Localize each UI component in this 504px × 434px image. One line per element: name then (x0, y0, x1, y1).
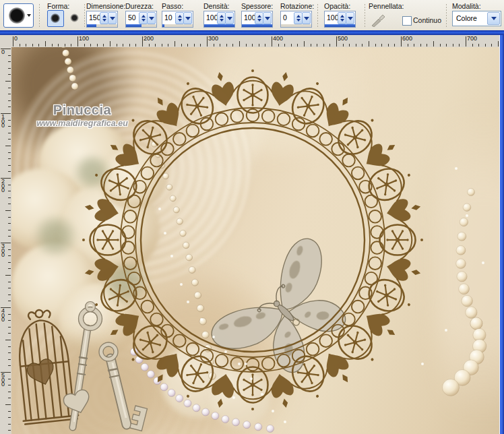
ruler-tick (129, 44, 130, 46)
ruler-tick (414, 44, 414, 46)
chevron-down-icon (110, 17, 115, 20)
durezza-value[interactable]: 50 (128, 13, 136, 22)
ruler-tick (97, 44, 98, 46)
passo-spinner[interactable]: 10 (162, 11, 193, 28)
ruler-tick (5, 275, 11, 276)
ruler-label: 600 (402, 35, 412, 42)
modalita-select[interactable]: Colore (452, 11, 501, 26)
ruler-tick (13, 36, 13, 46)
ruler-tick (38, 44, 39, 46)
spin-up-icon (220, 15, 224, 18)
ruler-tick (498, 41, 499, 46)
ruler-tick (356, 44, 356, 46)
modalita-label: Modalità: (452, 2, 481, 10)
ruler-tick (8, 204, 11, 204)
spessore-value[interactable]: 100 (244, 13, 256, 22)
ruler-tick (8, 365, 11, 366)
slider-dropdown-button[interactable] (263, 12, 272, 24)
ruler-tick (175, 41, 175, 46)
ruler-tick (8, 424, 11, 425)
slider-dropdown-button[interactable] (302, 12, 311, 24)
slider-dropdown-button[interactable] (225, 12, 234, 24)
spin-down-icon (296, 19, 301, 22)
butterfly-charm (206, 233, 371, 398)
dimensione-spinner[interactable]: 150 (86, 11, 118, 28)
ruler-tick (246, 44, 247, 46)
shape-square-button[interactable] (67, 10, 82, 26)
chevron-down-icon (348, 17, 353, 20)
rotazione-spinner[interactable]: 0 (280, 11, 312, 28)
ruler-tick (8, 255, 11, 256)
chevron-down-icon (265, 17, 270, 20)
forma-label: Forma: (47, 2, 69, 10)
ruler-tick (5, 210, 11, 211)
spin-down-icon (141, 19, 146, 22)
chevron-down-icon (185, 17, 191, 20)
dimensione-value[interactable]: 150 (89, 13, 101, 22)
chevron-down-icon (304, 17, 309, 20)
value-meter (242, 24, 272, 27)
brush-stroke-icon[interactable] (371, 13, 387, 27)
ruler-tick (375, 44, 376, 46)
slider-dropdown-button[interactable] (108, 12, 117, 24)
spessore-spinner[interactable]: 100 (241, 11, 273, 28)
ruler-tick (8, 191, 11, 191)
ruler-tick (8, 100, 11, 101)
ruler-tick (459, 44, 460, 46)
ruler-tick (232, 44, 233, 46)
combo-dropdown-button[interactable] (487, 12, 500, 25)
ruler-tick (401, 36, 402, 46)
ruler-tick (8, 236, 11, 237)
rotazione-value[interactable]: 0 (283, 13, 287, 22)
ruler-tick (440, 44, 441, 46)
ruler-tick (220, 44, 220, 46)
ruler-label: 5 0 0 (1, 373, 5, 387)
ruler-tick (84, 44, 85, 46)
ruler-tick (362, 44, 363, 46)
brush-tip-preview-button[interactable] (3, 3, 34, 28)
opacita-spinner[interactable]: 100 (324, 11, 356, 28)
densita-spinner[interactable]: 100 (203, 11, 235, 28)
spessore-label: Spessore: (241, 2, 273, 10)
shape-round-button[interactable] (47, 10, 64, 27)
ruler-tick (8, 352, 11, 353)
slider-dropdown-button[interactable] (183, 12, 192, 24)
ruler-tick (194, 44, 195, 46)
toolbar-separator (317, 3, 319, 27)
densita-value[interactable]: 100 (206, 13, 218, 22)
ruler-tick (349, 44, 350, 46)
ruler-label: 0 (1, 50, 5, 55)
slider-dropdown-button[interactable] (147, 12, 156, 24)
ruler-tick (311, 44, 311, 46)
ruler-tick (388, 44, 389, 46)
toolbar-separator (364, 3, 366, 27)
ruler-tick (466, 36, 466, 46)
durezza-spinner[interactable]: 50 (125, 11, 157, 28)
ruler-tick (8, 185, 11, 185)
continuo-checkbox[interactable] (402, 16, 412, 26)
ruler-tick (433, 41, 434, 46)
canvas[interactable]: Pinuccia www.maidiregrafica.eu (11, 47, 499, 434)
spin-up-icon (340, 15, 344, 18)
passo-value[interactable]: 10 (164, 13, 172, 22)
opacita-value[interactable]: 100 (327, 13, 339, 22)
ruler-tick (226, 44, 227, 46)
toolbar-separator (38, 3, 40, 27)
continuo-label: Continuo (413, 16, 441, 24)
ruler-tick (123, 44, 123, 46)
ruler-tick (485, 44, 486, 46)
spin-down-icon (102, 19, 106, 22)
chevron-down-icon (149, 17, 154, 20)
ruler-tick (291, 44, 292, 46)
ruler-tick (155, 44, 156, 46)
ruler-tick (8, 171, 11, 172)
image-window-right-border (499, 35, 504, 434)
slider-dropdown-button[interactable] (346, 12, 354, 24)
ruler-tick (65, 44, 65, 46)
ruler-tick (77, 36, 78, 46)
ruler-label: 1 0 0 (1, 115, 5, 128)
durezza-label: Durezza: (125, 2, 154, 10)
ruler-tick (110, 41, 111, 46)
value-meter (325, 24, 355, 27)
chevron-down-icon[interactable] (27, 14, 31, 17)
